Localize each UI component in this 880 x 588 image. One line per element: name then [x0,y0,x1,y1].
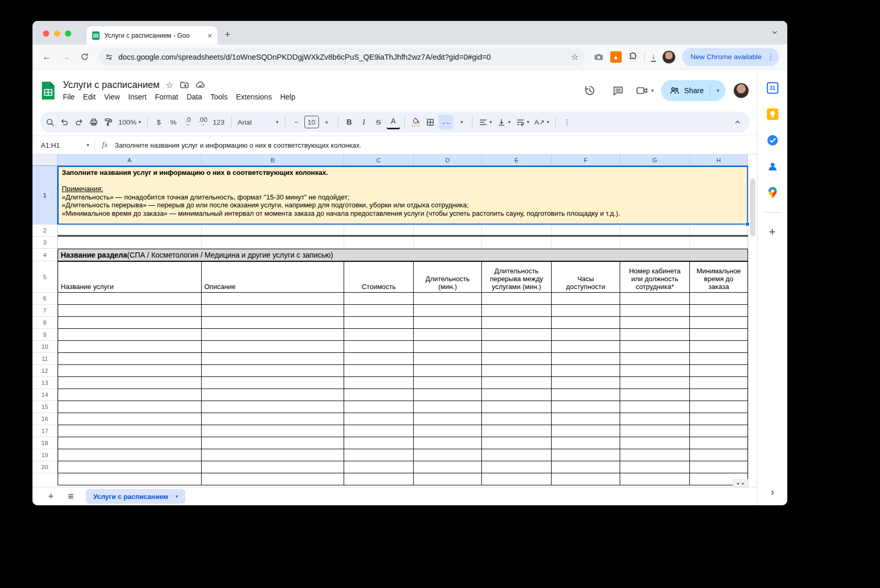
column-header-A[interactable]: A [58,154,202,166]
cell[interactable] [58,317,202,329]
cell[interactable] [620,413,690,425]
account-avatar[interactable] [733,82,750,99]
cell[interactable] [482,425,552,437]
cell[interactable] [482,449,552,461]
sheet-tab-menu-icon[interactable]: ▾ [175,494,178,499]
cell[interactable] [58,437,202,449]
cell[interactable] [202,317,344,329]
cell[interactable] [344,461,414,473]
cell[interactable] [552,329,620,341]
cell[interactable] [58,401,202,413]
cell[interactable] [482,225,552,235]
cell[interactable] [414,449,482,461]
print-icon[interactable] [87,115,101,129]
cell[interactable] [414,341,482,353]
text-wrap-button[interactable]: ▾ [514,115,532,129]
cell[interactable] [202,473,344,485]
row-header-17[interactable]: 17 [32,425,58,437]
meet-dropdown-icon[interactable]: ▾ [652,88,654,93]
cell[interactable] [690,413,748,425]
scroll-left-icon[interactable]: ◂ [736,481,739,486]
cell[interactable] [202,293,344,305]
font-dropdown-icon[interactable]: ▾ [276,119,279,125]
cell[interactable] [620,225,690,235]
font-size-input[interactable]: 10 [304,116,319,128]
cell[interactable] [482,377,552,389]
cell[interactable] [58,425,202,437]
select-all-corner[interactable] [32,154,58,166]
column-header-F[interactable]: F [552,154,620,166]
cell[interactable] [620,237,690,249]
vertical-scrollbar-thumb[interactable] [750,179,755,236]
row-header-10[interactable]: 10 [32,341,58,353]
cell[interactable] [202,425,344,437]
row-header-9[interactable]: 9 [32,329,58,341]
vertical-align-button[interactable]: ▾ [495,115,513,129]
name-box-dropdown-icon[interactable]: ▾ [86,142,89,148]
cell[interactable] [202,237,344,249]
row-header-7[interactable]: 7 [32,305,58,317]
cell[interactable] [414,329,482,341]
zoom-select[interactable]: 100%▾ [116,115,143,129]
cell[interactable] [482,353,552,365]
format-currency-button[interactable]: $ [152,115,166,129]
extensions-puzzle-icon[interactable] [628,52,638,62]
cell[interactable] [58,225,202,235]
cell[interactable] [414,317,482,329]
cell[interactable] [552,425,620,437]
table-header-cell[interactable]: Описание [202,261,344,293]
cell[interactable] [344,305,414,317]
cell[interactable] [58,353,202,365]
fill-color-button[interactable] [409,115,423,129]
column-header-E[interactable]: E [482,154,552,166]
menu-format[interactable]: Format [151,92,182,102]
cell[interactable] [344,225,414,235]
cell[interactable] [620,293,690,305]
cell[interactable] [482,237,552,249]
cell[interactable] [482,413,552,425]
cell[interactable] [690,317,748,329]
cell[interactable] [202,461,344,473]
cell[interactable] [344,329,414,341]
menu-view[interactable]: View [100,92,124,102]
menu-file[interactable]: File [59,92,79,102]
close-window-button[interactable] [43,30,49,37]
cell[interactable] [344,365,414,377]
comments-icon[interactable] [608,80,629,101]
cell[interactable] [58,365,202,377]
table-header-cell[interactable]: Номер кабинета или должность сотрудника* [620,261,690,293]
cell[interactable] [620,461,690,473]
cell[interactable] [552,377,620,389]
cell[interactable] [482,401,552,413]
cell[interactable] [552,237,620,249]
row-header-2[interactable]: 2 [32,225,58,237]
menu-tools[interactable]: Tools [206,92,232,102]
chrome-menu-icon[interactable]: ⋮ [767,52,775,62]
row-header-1[interactable]: 1 [32,166,58,225]
cell[interactable] [58,305,202,317]
cell[interactable] [58,329,202,341]
cell[interactable] [620,365,690,377]
browser-tab[interactable]: Услуги с расписанием - Goo × [86,26,217,45]
cell[interactable] [202,437,344,449]
cell[interactable] [620,401,690,413]
cell[interactable] [620,305,690,317]
cell[interactable] [344,317,414,329]
cell[interactable] [620,317,690,329]
tab-search-chevron-icon[interactable] [771,28,779,37]
cell[interactable] [414,425,482,437]
row-header-16[interactable]: 16 [32,413,58,425]
cell[interactable] [414,293,482,305]
increase-font-size-button[interactable]: + [320,115,334,129]
new-tab-button[interactable]: + [225,29,230,40]
tasks-icon[interactable] [766,134,779,147]
cell[interactable] [690,237,748,249]
add-addon-button[interactable]: + [769,225,776,239]
cell[interactable] [414,413,482,425]
cell[interactable] [414,237,482,249]
strikethrough-button[interactable]: S [372,115,386,129]
share-button[interactable]: Share ▾ [661,80,725,101]
document-title[interactable]: Услуги с расписанием [63,80,160,91]
row-header-14[interactable]: 14 [32,389,58,401]
column-header-D[interactable]: D [414,154,482,166]
